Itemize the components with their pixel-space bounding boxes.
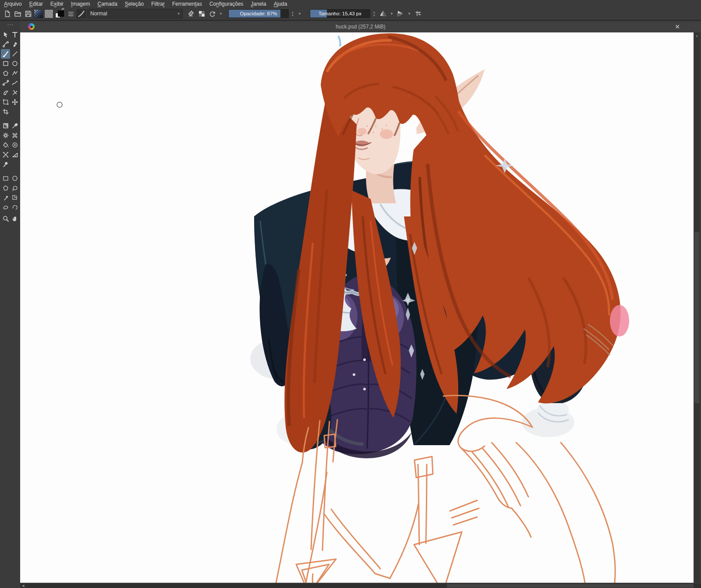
toolbox-drag-handle[interactable]: [7, 24, 13, 26]
brush-preset-chooser[interactable]: [77, 9, 86, 18]
mirror-vertical-dropdown[interactable]: ▾: [406, 11, 412, 16]
menu-janela[interactable]: Janela: [251, 1, 266, 7]
spin-down-icon[interactable]: ▾: [292, 14, 294, 17]
tool-pan[interactable]: [10, 214, 19, 223]
smart-patch-icon: [11, 132, 18, 139]
tool-ellipse-select[interactable]: [10, 174, 19, 183]
tool-reference-images[interactable]: [1, 159, 10, 169]
spin-up-icon[interactable]: ▴: [373, 11, 375, 14]
tool-freehand-path[interactable]: [10, 78, 19, 88]
tool-transform[interactable]: [1, 97, 10, 107]
tool-edit-shapes[interactable]: [1, 39, 10, 49]
tool-bezier-curve[interactable]: [1, 78, 10, 88]
menu-camada[interactable]: Camada: [97, 1, 117, 7]
tool-color-sampler[interactable]: [10, 121, 19, 131]
tool-measure[interactable]: [10, 150, 19, 159]
tool-select-shapes[interactable]: [1, 30, 10, 39]
brush-size-spinner[interactable]: ▴ ▾: [371, 9, 378, 18]
horizontal-scroll-thumb[interactable]: [447, 584, 694, 588]
tool-contiguous-select[interactable]: [10, 193, 19, 202]
opacity-dropdown-arrow[interactable]: ▾: [297, 11, 303, 16]
tool-polygon[interactable]: [1, 68, 10, 78]
tool-zoom[interactable]: [1, 214, 10, 223]
tool-polyline[interactable]: [10, 68, 19, 78]
menu-selecao[interactable]: Seleção: [125, 1, 144, 7]
menu-ferramentas[interactable]: Ferramentas: [172, 1, 202, 7]
pattern-chooser[interactable]: [44, 9, 53, 18]
close-document-button[interactable]: ✕: [673, 22, 682, 31]
poly-select-icon: [2, 184, 9, 191]
reload-preset-button[interactable]: [207, 9, 217, 18]
tool-assistants[interactable]: [1, 150, 10, 159]
open-document-button[interactable]: [13, 9, 22, 18]
rectangle-tool-icon: [2, 60, 9, 67]
tool-poly-select[interactable]: [1, 183, 10, 193]
tool-dynamic-brush[interactable]: [1, 88, 10, 97]
tool-line[interactable]: [10, 49, 19, 59]
foreground-background-colors[interactable]: ⇄: [55, 9, 64, 18]
scroll-left-icon[interactable]: ◀: [22, 584, 24, 588]
vertical-scroll-thumb[interactable]: [694, 232, 699, 403]
preserve-alpha-button[interactable]: [197, 9, 206, 18]
tool-calligraphy[interactable]: [10, 39, 19, 49]
tool-magnetic-select[interactable]: [10, 202, 19, 212]
new-document-icon: [4, 10, 11, 18]
main-toolbar: ⇄ Normal ▾ ▾ Opacidade: [0, 7, 701, 21]
vertical-scrollbar[interactable]: ▲: [694, 32, 700, 583]
bezier-select-icon: [2, 204, 9, 211]
move-tool-icon: [11, 99, 18, 106]
spin-up-icon[interactable]: ▴: [292, 11, 294, 14]
tool-enclose-fill[interactable]: [10, 140, 19, 150]
tool-rect-select[interactable]: [1, 174, 10, 183]
blending-mode-combo[interactable]: Normal ▾: [87, 9, 183, 18]
contiguous-select-icon: [11, 194, 18, 201]
polygon-tool-icon: [2, 70, 9, 77]
tool-crop[interactable]: [1, 107, 10, 117]
horizontal-scrollbar[interactable]: ◀: [20, 584, 701, 588]
menu-ajuda[interactable]: Ajuda: [274, 1, 287, 7]
opacity-slider[interactable]: Opacidade: 87%: [228, 9, 289, 18]
tool-rectangle[interactable]: [1, 59, 10, 68]
canvas-area[interactable]: [20, 32, 694, 583]
tool-multibrush[interactable]: [10, 88, 19, 97]
gradient-chooser[interactable]: [34, 9, 43, 18]
reload-dropdown-arrow[interactable]: ▾: [218, 11, 224, 16]
tool-colorize-mask[interactable]: [1, 131, 10, 140]
ellipse-tool-icon: [11, 60, 18, 67]
mirror-vertical-button[interactable]: [396, 9, 405, 18]
krita-window: Arquivo Editar Exibir Imagem Camada Sele…: [0, 0, 701, 588]
paintbrush-icon: [2, 50, 9, 57]
menu-arquivo[interactable]: Arquivo: [4, 1, 22, 7]
tool-smart-patch[interactable]: [10, 131, 19, 140]
spin-down-icon[interactable]: ▾: [373, 14, 375, 17]
tool-fill[interactable]: [1, 140, 10, 150]
tool-text[interactable]: [10, 30, 19, 39]
brush-size-slider[interactable]: Tamanho: 15,43 px: [310, 9, 370, 18]
eraser-mode-button[interactable]: [186, 9, 196, 18]
menu-configuracoes[interactable]: Configurações: [209, 1, 243, 7]
mirror-horizontal-dropdown[interactable]: ▾: [389, 11, 395, 16]
menu-filtrar[interactable]: Filtrar: [151, 1, 165, 7]
menu-editar[interactable]: Editar: [29, 1, 43, 7]
tool-freehand-select[interactable]: [10, 183, 19, 193]
menu-exibir[interactable]: Exibir: [50, 1, 64, 7]
opacity-spinner[interactable]: ▴ ▾: [289, 9, 296, 18]
line-tool-icon: [11, 50, 18, 57]
tool-gradient[interactable]: [1, 121, 10, 131]
tool-similar-select[interactable]: [1, 193, 10, 202]
save-button[interactable]: [23, 9, 33, 18]
text-tool-icon: [11, 31, 18, 38]
mirror-horizontal-button[interactable]: [378, 9, 388, 18]
scroll-up-icon[interactable]: ▲: [694, 32, 700, 37]
menu-imagem[interactable]: Imagem: [71, 1, 90, 7]
tool-freehand-brush[interactable]: [1, 49, 10, 59]
tool-ellipse[interactable]: [10, 59, 19, 68]
bezier-curve-icon: [2, 79, 9, 86]
crop-tool-icon: [2, 108, 9, 115]
wrap-around-mode-button[interactable]: [413, 9, 423, 18]
new-document-button[interactable]: [2, 9, 12, 18]
brush-editor-button[interactable]: [66, 9, 76, 18]
tool-move[interactable]: [10, 97, 19, 107]
polyline-tool-icon: [11, 70, 18, 77]
tool-bezier-select[interactable]: [1, 202, 10, 212]
